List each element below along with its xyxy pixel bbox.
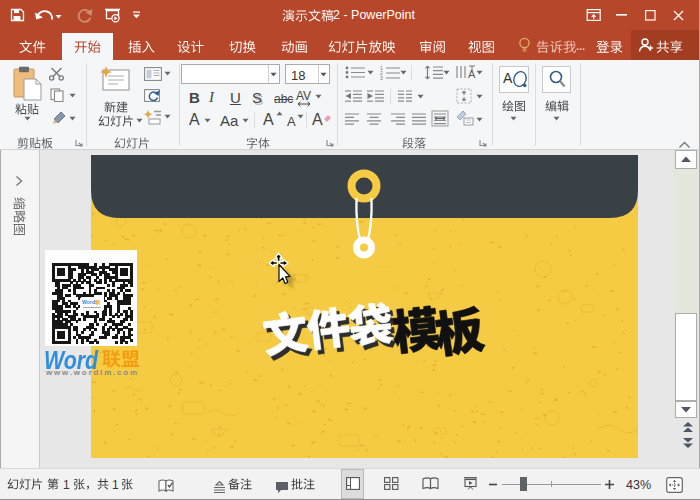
svg-text:Word联: Word联 [82, 299, 101, 305]
svg-text:3: 3 [380, 75, 383, 80]
